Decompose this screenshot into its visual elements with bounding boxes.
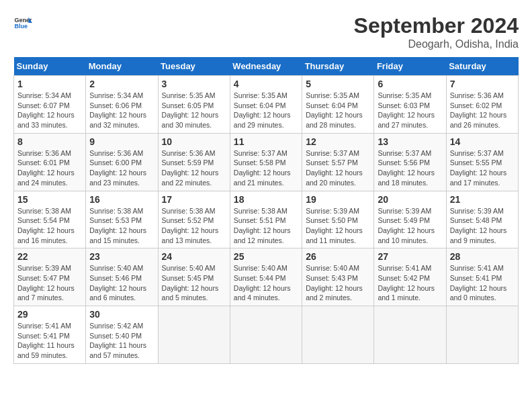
calendar-cell: 11Sunrise: 5:37 AMSunset: 5:58 PMDayligh… bbox=[230, 133, 302, 191]
page-header: General Blue September 2024 Deogarh, Odi… bbox=[13, 13, 519, 50]
column-header-monday: Monday bbox=[86, 57, 158, 76]
day-info: Sunrise: 5:35 AMSunset: 6:03 PMDaylight:… bbox=[378, 91, 442, 130]
day-info: Sunrise: 5:37 AMSunset: 5:55 PMDaylight:… bbox=[450, 148, 515, 188]
week-row-4: 22Sunrise: 5:39 AMSunset: 5:47 PMDayligh… bbox=[14, 248, 519, 306]
day-info: Sunrise: 5:34 AMSunset: 6:07 PMDaylight:… bbox=[17, 91, 82, 130]
calendar-cell: 28Sunrise: 5:41 AMSunset: 5:41 PMDayligh… bbox=[446, 248, 518, 306]
calendar-cell: 6Sunrise: 5:35 AMSunset: 6:03 PMDaylight… bbox=[374, 76, 446, 134]
calendar-cell: 2Sunrise: 5:34 AMSunset: 6:06 PMDaylight… bbox=[86, 76, 158, 134]
column-header-wednesday: Wednesday bbox=[230, 57, 302, 76]
calendar-cell bbox=[374, 306, 446, 364]
day-number: 26 bbox=[306, 251, 370, 262]
day-info: Sunrise: 5:36 AMSunset: 5:59 PMDaylight:… bbox=[162, 148, 226, 188]
day-number: 12 bbox=[306, 136, 370, 147]
day-number: 20 bbox=[378, 194, 442, 205]
calendar-cell: 18Sunrise: 5:38 AMSunset: 5:51 PMDayligh… bbox=[230, 191, 302, 248]
day-number: 18 bbox=[234, 194, 298, 205]
day-info: Sunrise: 5:41 AMSunset: 5:41 PMDaylight:… bbox=[17, 321, 82, 361]
calendar-cell: 25Sunrise: 5:40 AMSunset: 5:44 PMDayligh… bbox=[230, 248, 302, 306]
week-row-2: 8Sunrise: 5:36 AMSunset: 6:01 PMDaylight… bbox=[14, 133, 519, 191]
column-header-sunday: Sunday bbox=[14, 57, 86, 76]
calendar-table: SundayMondayTuesdayWednesdayThursdayFrid… bbox=[13, 57, 519, 364]
day-number: 2 bbox=[89, 79, 154, 89]
day-info: Sunrise: 5:40 AMSunset: 5:43 PMDaylight:… bbox=[306, 263, 370, 303]
day-info: Sunrise: 5:35 AMSunset: 6:05 PMDaylight:… bbox=[162, 91, 226, 130]
calendar-cell: 21Sunrise: 5:39 AMSunset: 5:48 PMDayligh… bbox=[446, 191, 518, 248]
calendar-cell: 30Sunrise: 5:42 AMSunset: 5:40 PMDayligh… bbox=[86, 306, 158, 364]
calendar-cell: 26Sunrise: 5:40 AMSunset: 5:43 PMDayligh… bbox=[302, 248, 374, 306]
day-number: 6 bbox=[378, 79, 442, 89]
day-number: 28 bbox=[450, 251, 515, 262]
calendar-cell: 29Sunrise: 5:41 AMSunset: 5:41 PMDayligh… bbox=[14, 306, 86, 364]
month-title: September 2024 bbox=[354, 13, 519, 38]
calendar-cell bbox=[158, 306, 230, 364]
day-info: Sunrise: 5:36 AMSunset: 6:01 PMDaylight:… bbox=[17, 148, 82, 188]
calendar-cell: 13Sunrise: 5:37 AMSunset: 5:56 PMDayligh… bbox=[374, 133, 446, 191]
column-header-saturday: Saturday bbox=[446, 57, 518, 76]
day-info: Sunrise: 5:41 AMSunset: 5:42 PMDaylight:… bbox=[378, 263, 442, 303]
day-info: Sunrise: 5:39 AMSunset: 5:47 PMDaylight:… bbox=[17, 263, 82, 303]
day-info: Sunrise: 5:39 AMSunset: 5:49 PMDaylight:… bbox=[378, 206, 442, 246]
calendar-cell: 17Sunrise: 5:38 AMSunset: 5:52 PMDayligh… bbox=[158, 191, 230, 248]
day-info: Sunrise: 5:38 AMSunset: 5:53 PMDaylight:… bbox=[89, 206, 154, 246]
day-info: Sunrise: 5:35 AMSunset: 6:04 PMDaylight:… bbox=[234, 91, 298, 130]
day-info: Sunrise: 5:41 AMSunset: 5:41 PMDaylight:… bbox=[450, 263, 515, 303]
day-info: Sunrise: 5:37 AMSunset: 5:57 PMDaylight:… bbox=[306, 148, 370, 188]
svg-text:Blue: Blue bbox=[14, 23, 28, 30]
calendar-cell: 19Sunrise: 5:39 AMSunset: 5:50 PMDayligh… bbox=[302, 191, 374, 248]
day-number: 23 bbox=[89, 251, 154, 262]
day-info: Sunrise: 5:42 AMSunset: 5:40 PMDaylight:… bbox=[89, 321, 154, 361]
day-number: 16 bbox=[89, 194, 154, 205]
day-info: Sunrise: 5:40 AMSunset: 5:46 PMDaylight:… bbox=[89, 263, 154, 303]
calendar-cell: 8Sunrise: 5:36 AMSunset: 6:01 PMDaylight… bbox=[14, 133, 86, 191]
calendar-cell: 1Sunrise: 5:34 AMSunset: 6:07 PMDaylight… bbox=[14, 76, 86, 134]
day-number: 13 bbox=[378, 136, 442, 147]
day-number: 27 bbox=[378, 251, 442, 262]
column-header-tuesday: Tuesday bbox=[158, 57, 230, 76]
day-number: 29 bbox=[17, 309, 82, 320]
day-number: 9 bbox=[89, 136, 154, 147]
calendar-cell: 7Sunrise: 5:36 AMSunset: 6:02 PMDaylight… bbox=[446, 76, 518, 134]
calendar-cell bbox=[446, 306, 518, 364]
day-info: Sunrise: 5:38 AMSunset: 5:51 PMDaylight:… bbox=[234, 206, 298, 246]
day-number: 11 bbox=[234, 136, 298, 147]
day-info: Sunrise: 5:37 AMSunset: 5:56 PMDaylight:… bbox=[378, 148, 442, 188]
calendar-cell bbox=[302, 306, 374, 364]
day-info: Sunrise: 5:38 AMSunset: 5:52 PMDaylight:… bbox=[162, 206, 226, 246]
calendar-cell: 20Sunrise: 5:39 AMSunset: 5:49 PMDayligh… bbox=[374, 191, 446, 248]
week-row-3: 15Sunrise: 5:38 AMSunset: 5:54 PMDayligh… bbox=[14, 191, 519, 248]
day-number: 3 bbox=[162, 79, 226, 89]
column-header-friday: Friday bbox=[374, 57, 446, 76]
calendar-cell: 3Sunrise: 5:35 AMSunset: 6:05 PMDaylight… bbox=[158, 76, 230, 134]
day-number: 30 bbox=[89, 309, 154, 320]
day-number: 22 bbox=[17, 251, 82, 262]
day-number: 5 bbox=[306, 79, 370, 89]
day-info: Sunrise: 5:37 AMSunset: 5:58 PMDaylight:… bbox=[234, 148, 298, 188]
logo: General Blue bbox=[13, 13, 32, 32]
day-number: 10 bbox=[162, 136, 226, 147]
day-info: Sunrise: 5:36 AMSunset: 6:00 PMDaylight:… bbox=[89, 148, 154, 188]
day-info: Sunrise: 5:40 AMSunset: 5:45 PMDaylight:… bbox=[162, 263, 226, 303]
calendar-cell: 9Sunrise: 5:36 AMSunset: 6:00 PMDaylight… bbox=[86, 133, 158, 191]
title-area: September 2024 Deogarh, Odisha, India bbox=[354, 13, 519, 50]
calendar-cell: 5Sunrise: 5:35 AMSunset: 6:04 PMDaylight… bbox=[302, 76, 374, 134]
day-number: 25 bbox=[234, 251, 298, 262]
day-number: 1 bbox=[17, 79, 82, 89]
day-number: 19 bbox=[306, 194, 370, 205]
calendar-cell: 22Sunrise: 5:39 AMSunset: 5:47 PMDayligh… bbox=[14, 248, 86, 306]
day-info: Sunrise: 5:38 AMSunset: 5:54 PMDaylight:… bbox=[17, 206, 82, 246]
day-info: Sunrise: 5:34 AMSunset: 6:06 PMDaylight:… bbox=[89, 91, 154, 130]
day-number: 14 bbox=[450, 136, 515, 147]
day-number: 15 bbox=[17, 194, 82, 205]
header-row: SundayMondayTuesdayWednesdayThursdayFrid… bbox=[14, 57, 519, 76]
day-info: Sunrise: 5:39 AMSunset: 5:48 PMDaylight:… bbox=[450, 206, 515, 246]
day-info: Sunrise: 5:35 AMSunset: 6:04 PMDaylight:… bbox=[306, 91, 370, 130]
day-number: 24 bbox=[162, 251, 226, 262]
calendar-cell: 12Sunrise: 5:37 AMSunset: 5:57 PMDayligh… bbox=[302, 133, 374, 191]
day-number: 7 bbox=[450, 79, 515, 89]
calendar-cell: 15Sunrise: 5:38 AMSunset: 5:54 PMDayligh… bbox=[14, 191, 86, 248]
calendar-cell: 24Sunrise: 5:40 AMSunset: 5:45 PMDayligh… bbox=[158, 248, 230, 306]
day-info: Sunrise: 5:40 AMSunset: 5:44 PMDaylight:… bbox=[234, 263, 298, 303]
calendar-cell: 14Sunrise: 5:37 AMSunset: 5:55 PMDayligh… bbox=[446, 133, 518, 191]
day-info: Sunrise: 5:36 AMSunset: 6:02 PMDaylight:… bbox=[450, 91, 515, 130]
